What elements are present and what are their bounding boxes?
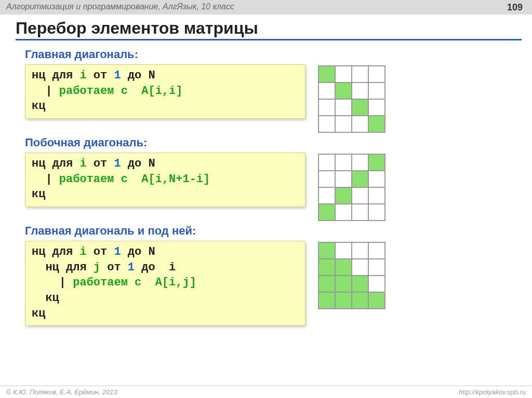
matrix-cell <box>318 83 335 99</box>
course-label: Алгоритмизация и программирование, АлгЯз… <box>6 2 234 15</box>
matrix-cell <box>368 171 385 187</box>
matrix-cell <box>368 99 385 116</box>
matrix-cell <box>368 66 385 83</box>
matrix-cell <box>368 204 385 221</box>
matrix-anti-diagonal <box>318 154 385 221</box>
matrix-cell <box>335 276 352 292</box>
matrix-cell <box>368 292 385 309</box>
matrix-cell <box>335 292 352 309</box>
matrix-cell <box>318 99 335 116</box>
matrix-cell <box>335 66 352 83</box>
matrix-cell <box>335 204 352 221</box>
matrix-cell <box>352 154 368 171</box>
code-block-main: нц для i от 1 до N | работаем с A[i,i] к… <box>25 64 305 119</box>
matrix-cell <box>352 171 368 187</box>
matrix-cell <box>352 187 368 204</box>
matrix-cell <box>352 276 368 292</box>
matrix-cell <box>368 242 385 259</box>
content: Главная диагональ: нц для i от 1 до N | … <box>0 43 532 326</box>
matrix-cell <box>368 154 385 171</box>
matrix-cell <box>335 242 352 259</box>
matrix-cell <box>335 171 352 187</box>
matrix-cell <box>318 204 335 221</box>
matrix-cell <box>368 276 385 292</box>
section-heading-main-diagonal: Главная диагональ: <box>25 48 517 61</box>
matrix-cell <box>335 99 352 116</box>
matrix-cell <box>318 276 335 292</box>
matrix-cell <box>318 259 335 276</box>
matrix-cell <box>318 171 335 187</box>
matrix-cell <box>335 83 352 99</box>
footer: © К.Ю. Поляков, Е.А. Ерёмин, 2013 http:/… <box>0 386 532 398</box>
matrix-cell <box>368 83 385 99</box>
matrix-lower-triangle <box>318 242 385 309</box>
matrix-cell <box>335 116 352 132</box>
header-bar: Алгоритмизация и программирование, АлгЯз… <box>0 0 532 15</box>
matrix-cell <box>318 154 335 171</box>
matrix-cell <box>335 154 352 171</box>
page-title: Перебор элементов матрицы <box>16 19 522 40</box>
matrix-cell <box>318 187 335 204</box>
matrix-cell <box>368 187 385 204</box>
matrix-cell <box>368 259 385 276</box>
footer-url: http://kpolyakov.spb.ru <box>459 388 526 396</box>
matrix-cell <box>352 292 368 309</box>
matrix-cell <box>318 66 335 83</box>
matrix-main-diagonal <box>318 65 385 133</box>
section-heading-lower-triangle: Главная диагональ и под ней: <box>25 224 517 238</box>
matrix-cell <box>335 259 352 276</box>
footer-copyright: © К.Ю. Поляков, Е.А. Ерёмин, 2013 <box>6 388 117 396</box>
page-number: 109 <box>507 2 526 15</box>
matrix-cell <box>352 116 368 132</box>
matrix-cell <box>352 99 368 116</box>
code-block-anti: нц для i от 1 до N | работаем с A[i,N+1-… <box>25 153 305 207</box>
matrix-cell <box>318 116 335 132</box>
section-row: нц для i от 1 до N | работаем с A[i,i] к… <box>25 63 517 133</box>
matrix-cell <box>352 66 368 83</box>
matrix-cell <box>352 242 368 259</box>
section-row: нц для i от 1 до N | работаем с A[i,N+1-… <box>25 152 517 221</box>
code-block-lower: нц для i от 1 до N нц для j от 1 до i | … <box>25 241 305 326</box>
matrix-cell <box>352 259 368 276</box>
matrix-cell <box>368 116 385 132</box>
matrix-cell <box>352 204 368 221</box>
section-row: нц для i от 1 до N нц для j от 1 до i | … <box>25 240 517 326</box>
section-heading-anti-diagonal: Побочная диагональ: <box>25 136 517 149</box>
matrix-cell <box>318 242 335 259</box>
matrix-cell <box>318 292 335 309</box>
matrix-cell <box>352 83 368 99</box>
matrix-cell <box>335 187 352 204</box>
